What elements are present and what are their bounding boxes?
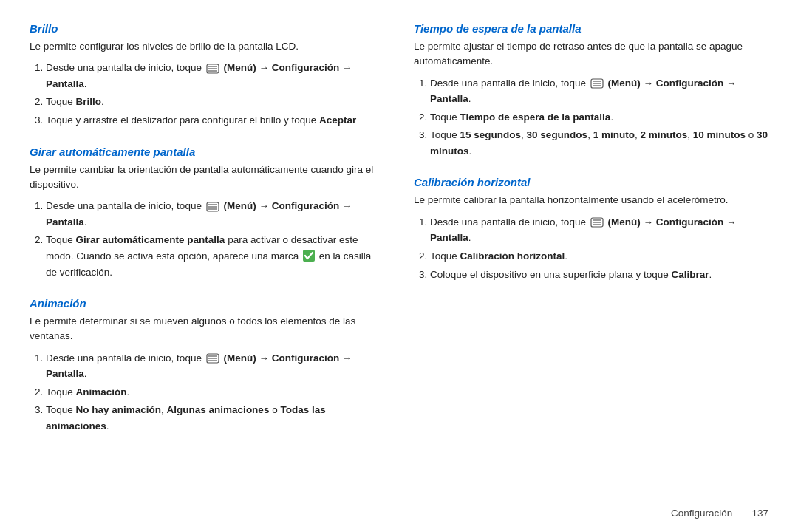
section-calibracion: Calibración horizontalLe permite calibra… <box>414 176 768 284</box>
step-calibracion-2: Toque Calibración horizontal. <box>430 248 768 265</box>
section-girar: Girar automáticamente pantallaLe permite… <box>30 146 384 282</box>
menu-icon <box>590 78 604 88</box>
step-animacion-2: Toque Animación. <box>46 384 384 400</box>
step-tiempo-3: Toque 15 segundos, 30 segundos, 1 minuto… <box>430 127 768 159</box>
section-desc-tiempo: Le permite ajustar el tiempo de retraso … <box>414 39 768 69</box>
step-tiempo-2: Toque Tiempo de espera de la pantalla. <box>430 109 768 126</box>
section-steps-tiempo: Desde una pantalla de inicio, toque (Men… <box>414 75 768 160</box>
step-girar-1: Desde una pantalla de inicio, toque (Men… <box>46 198 384 230</box>
section-animacion: AnimaciónLe permite determinar si se mue… <box>30 297 384 436</box>
section-steps-calibracion: Desde una pantalla de inicio, toque (Men… <box>414 214 768 282</box>
left-column: BrilloLe permite configurar los niveles … <box>30 22 384 517</box>
step-animacion-3: Toque No hay animación, Algunas animacio… <box>46 402 384 434</box>
section-steps-girar: Desde una pantalla de inicio, toque (Men… <box>30 198 384 280</box>
step-tiempo-1: Desde una pantalla de inicio, toque (Men… <box>430 75 768 107</box>
section-brillo: BrilloLe permite configurar los niveles … <box>30 22 384 131</box>
section-steps-brillo: Desde una pantalla de inicio, toque (Men… <box>30 60 384 128</box>
section-desc-girar: Le permite cambiar la orientación de pan… <box>30 163 384 193</box>
section-tiempo: Tiempo de espera de la pantallaLe permit… <box>414 22 768 161</box>
menu-icon <box>206 201 219 211</box>
menu-icon <box>206 352 219 363</box>
section-title-calibracion: Calibración horizontal <box>414 176 768 188</box>
footer-right: 137 <box>751 508 768 519</box>
section-title-girar: Girar automáticamente pantalla <box>30 146 384 158</box>
step-brillo-1: Desde una pantalla de inicio, toque (Men… <box>46 60 384 92</box>
step-animacion-1: Desde una pantalla de inicio, toque (Men… <box>46 350 384 382</box>
check-icon <box>303 250 315 262</box>
section-steps-animacion: Desde una pantalla de inicio, toque (Men… <box>30 350 384 434</box>
section-desc-brillo: Le permite configurar los niveles de bri… <box>30 39 384 54</box>
section-title-tiempo: Tiempo de espera de la pantalla <box>414 22 768 35</box>
section-desc-calibracion: Le permite calibrar la pantalla horizont… <box>414 193 768 208</box>
footer: Configuración 137 <box>671 508 768 519</box>
page: BrilloLe permite configurar los niveles … <box>0 0 798 532</box>
section-title-brillo: Brillo <box>30 22 384 35</box>
step-brillo-2: Toque Brillo. <box>46 94 384 110</box>
menu-icon <box>590 216 604 227</box>
step-girar-2: Toque Girar automáticamente pantalla par… <box>46 232 384 280</box>
footer-left: Configuración <box>671 508 732 519</box>
right-column: Tiempo de espera de la pantallaLe permit… <box>414 22 768 517</box>
menu-icon <box>206 63 219 73</box>
step-calibracion-1: Desde una pantalla de inicio, toque (Men… <box>430 214 768 246</box>
step-calibracion-3: Coloque el dispositivo en una superficie… <box>430 267 768 283</box>
section-desc-animacion: Le permite determinar si se mueven algun… <box>30 314 384 344</box>
section-title-animacion: Animación <box>30 297 384 310</box>
step-brillo-3: Toque y arrastre el deslizador para conf… <box>46 112 384 129</box>
